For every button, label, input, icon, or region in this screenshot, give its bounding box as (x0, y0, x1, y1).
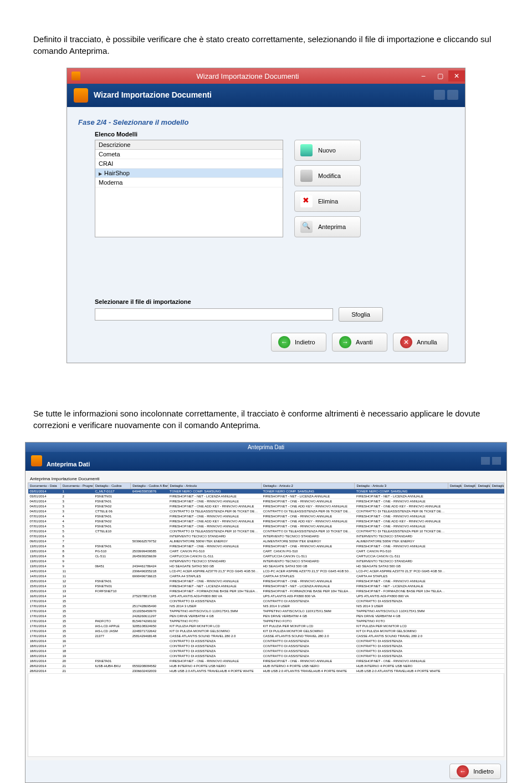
column-header[interactable]: Dettaglio - Articolo 2 (262, 483, 355, 489)
indietro-button[interactable]: ←Indietro (271, 333, 326, 352)
column-header[interactable]: Dettaglio - Aliquota (490, 483, 504, 489)
edit-icon (300, 170, 313, 182)
intro-paragraph: Definito il tracciato, è possibile verif… (0, 0, 532, 57)
table-row[interactable]: 13/01/20149064512434461786424HD SEAGATE … (28, 564, 504, 569)
column-header[interactable]: Dettaglio - Articolo (168, 483, 261, 489)
column-header[interactable]: Documento - Progressivo (60, 483, 93, 489)
window-title: Wizard Importazione Documenti (80, 72, 415, 80)
table-row[interactable]: 03/01/20141C_MLT-D1176494655853876TONER … (28, 489, 504, 494)
table-row[interactable]: 04/01/20143FSNETA01FIRESHOP.NET - ONE - … (28, 499, 504, 504)
table-row[interactable]: 04/01/20143FSNETA02FIRESHOP.NET - ONE AD… (28, 504, 504, 509)
table-row[interactable]: 09/01/201475039662579752ALIMENTATORE 500… (28, 539, 504, 544)
table-row[interactable]: 07/01/20145CTTELE10CONTRATTO DI TELEASSI… (28, 529, 504, 534)
table-row[interactable]: 07/01/20144FSNETA02FIRESHOP.NET - ONE AD… (28, 519, 504, 524)
table-row[interactable]: 17/01/2014152426260611297PEN DRIVE VERBA… (28, 614, 504, 619)
column-header[interactable]: Dettaglio - Articolo 3 (355, 483, 448, 489)
anteprima-header: Anteprima Dati (25, 452, 507, 471)
elimina-button[interactable]: Elimina (294, 191, 361, 212)
table-row[interactable]: 17/01/2014152517428695490NIS 2014 3 USER… (28, 604, 504, 609)
second-paragraph: Se tutte le informazioni sono incolonnat… (0, 374, 532, 431)
annulla-button[interactable]: ✕Annulla (393, 333, 448, 352)
table-row[interactable]: 14/01/2014116990496736615CARTA A4 STAPLE… (28, 574, 504, 579)
wizard-icon (74, 88, 88, 103)
table-row[interactable]: 17/01/201415CONTRATTO DI ASSISTENZACONTR… (28, 599, 504, 604)
table-row[interactable]: 15/01/201413FSNETN01FIRESHOP.NET - NET -… (28, 584, 504, 589)
table-row[interactable]: 04/01/20143CTTELE 06CONTRATTO DI TELEASS… (28, 509, 504, 514)
table-row[interactable]: 07/01/20144FSNETA01FIRESHOP.NET - ONE - … (28, 514, 504, 519)
avanti-button[interactable]: →Avanti (332, 333, 387, 352)
minimize-button[interactable]: – (415, 70, 432, 82)
table-row[interactable]: 14/01/2014112396496355218LCD-PC ACER ASP… (28, 569, 504, 574)
model-row[interactable]: Moderna (95, 178, 283, 187)
column-header[interactable]: Dettaglio - Codice A Barre (131, 483, 168, 489)
file-path-input[interactable] (95, 308, 333, 321)
table-row[interactable]: 18/01/201417CONTRATTO DI ASSISTENZACONTR… (28, 644, 504, 649)
column-header[interactable]: Dettaglio - UM (448, 483, 462, 489)
table-row[interactable]: 15/01/201412FSNETA01FIRESHOP.NET - ONE -… (28, 579, 504, 584)
column-header[interactable]: Documento - Data (28, 483, 61, 489)
title-bar-2: Anteprima Dati (25, 443, 507, 452)
nuovo-button[interactable]: Nuovo (294, 140, 361, 161)
sfoglia-button[interactable]: Sfoglia (339, 307, 383, 322)
cancel-icon: ✕ (400, 336, 412, 348)
preview-table[interactable]: Documento - DataDocumento - ProgressivoD… (28, 482, 504, 674)
model-row[interactable]: CRAI (95, 159, 283, 169)
table-row[interactable]: 18/01/201419CONTRATTO DI ASSISTENZACONTR… (28, 654, 504, 659)
table-row[interactable]: 17/01/201415PADFOTO8154974290102TAPPETIN… (28, 619, 504, 624)
table-row[interactable]: 18/01/201418CONTRATTO DI ASSISTENZACONTR… (28, 649, 504, 654)
help-icon[interactable] (447, 90, 458, 100)
column-header[interactable]: Dettaglio - Quantità (462, 483, 476, 489)
phase-label: Fase 2/4 - Selezionare il modello (78, 118, 454, 126)
wizard-window: Wizard Importazione Documenti – ▢ ✕ Wiza… (66, 68, 466, 363)
table-row[interactable]: 28/02/201421IUSB-HUB4-BKU0550208084582HU… (28, 664, 504, 669)
column-header[interactable]: Dettaglio - Codice (93, 483, 130, 489)
table-row[interactable]: 03/01/20142FSNETN01FIRESHOP.NET - NET - … (28, 494, 504, 499)
app-icon (71, 72, 80, 80)
model-row[interactable]: Cometa (95, 150, 283, 159)
model-list[interactable]: Descrizione CometaCRAIHairShopModerna (95, 140, 283, 237)
modifica-button[interactable]: Modifica (294, 165, 361, 186)
search-icon (300, 221, 313, 233)
column-header[interactable]: Dettaglio - Importo Unitario (476, 483, 490, 489)
model-row[interactable]: HairShop (95, 169, 283, 178)
table-row[interactable]: 13/01/20148FSNETA01FIRESHOP.NET - ONE - … (28, 544, 504, 549)
arrow-left-icon: ← (278, 336, 290, 348)
table-row[interactable]: 17/01/201415IAS-LCD APPLE3285108324950KI… (28, 624, 504, 629)
file-label: Selezionare il file di importazione (95, 298, 454, 305)
wizard-header: Wizard Importazione Documenti (67, 84, 465, 107)
title-bar: Wizard Importazione Documenti – ▢ ✕ (67, 68, 465, 84)
table-row[interactable]: 16/01/2014142752378817165UPS ATLANTIS A0… (28, 594, 504, 599)
arrow-right-icon: → (339, 336, 351, 348)
maximize-button[interactable]: ▢ (432, 70, 448, 82)
back-icon: ← (457, 765, 469, 777)
table-row[interactable]: 18/01/201420FSNETA01FIRESHOP.NET - ONE -… (28, 659, 504, 664)
table-row[interactable]: 13/01/20148CL-5112645930256639CARTUCCIA … (28, 554, 504, 559)
table-row[interactable]: 28/02/2014212306602402003HUB USB 2.0 ATL… (28, 669, 504, 674)
anteprima-window: Anteprima Dati Anteprima Dati Anteprima … (25, 442, 507, 783)
anteprima-icon (31, 455, 42, 466)
list-header: Descrizione (95, 140, 283, 150)
table-row[interactable]: 17/01/201415213772581429468148CASSE ATLA… (28, 634, 504, 639)
table-row[interactable]: 07/01/20146INTERVENTO TECNICO STANDARDIN… (28, 534, 504, 539)
breadcrumb: Anteprima Importazione Documenti (30, 476, 502, 481)
table-row[interactable]: 07/01/20145FSNETA01FIRESHOP.NET - ONE - … (28, 524, 504, 529)
anteprima-button[interactable]: Anteprima (294, 216, 361, 237)
monitor-icon[interactable] (481, 457, 490, 465)
monitor-icon[interactable] (434, 90, 445, 100)
table-row[interactable]: 17/01/201415IAS-LCD JASM2248371722642KIT… (28, 629, 504, 634)
help-icon[interactable] (492, 457, 501, 465)
table-row[interactable]: 13/01/20148PG-5102503999409585CART. CANO… (28, 549, 504, 554)
delete-icon (300, 195, 313, 207)
table-row[interactable]: 15/01/201413FORFSNET10FIRESHOP.NET - FOR… (28, 589, 504, 594)
close-button[interactable]: ✕ (448, 70, 465, 82)
indietro-button-2[interactable]: ←Indietro (449, 764, 501, 779)
table-row[interactable]: 17/01/2014151510356450970TAPPETINO ANTIS… (28, 609, 504, 614)
list-label: Elenco Modelli (95, 131, 454, 138)
plus-icon (300, 144, 313, 156)
table-row[interactable]: 18/01/201416CONTRATTO DI ASSISTENZACONTR… (28, 639, 504, 644)
table-row[interactable]: 13/01/20149INTERVENTO TECNICO STANDARDIN… (28, 559, 504, 564)
